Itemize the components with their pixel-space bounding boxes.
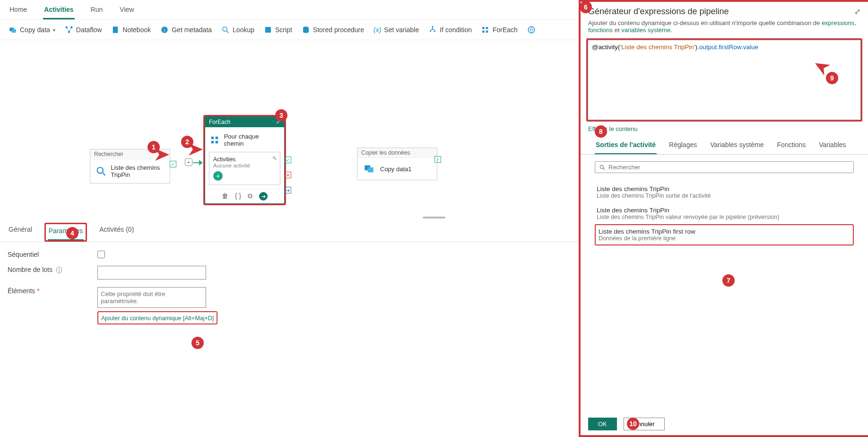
svg-rect-5 (113, 26, 118, 33)
variable-icon: (x) (373, 26, 381, 34)
callout-3: 3 (275, 109, 287, 122)
svg-rect-16 (482, 31, 485, 33)
search-icon (96, 165, 106, 178)
add-activity-handle[interactable]: + (185, 158, 192, 166)
callout-2: 2 (181, 136, 193, 148)
completion-output-handle[interactable]: ➜ (285, 187, 291, 193)
callout-1: 1 (148, 141, 160, 153)
copy-success-handle[interactable]: ✓ (434, 156, 441, 163)
sp-tab-variables[interactable]: Variables (818, 136, 847, 154)
toolbar-if-condition[interactable]: If condition (425, 24, 475, 36)
svg-point-13 (430, 31, 431, 32)
copy-data-icon (9, 26, 17, 34)
link-expressions[interactable]: expressions (822, 19, 854, 26)
fail-output-handle[interactable]: ✕ (285, 172, 291, 178)
clear-content-link[interactable]: Effacer le contenu (581, 122, 868, 136)
run-icon[interactable]: ➔ (259, 192, 268, 201)
toolbar-lookup[interactable]: Lookup (218, 24, 257, 36)
toolbar-script[interactable]: Script (261, 24, 295, 36)
expand-panel-icon[interactable]: ⤢ (854, 7, 860, 16)
toolbar-notebook[interactable]: Notebook (108, 24, 154, 36)
foreach-icon (210, 135, 220, 145)
activity-lookup-name: Liste des chemins TripPin (111, 164, 164, 178)
search-icon (599, 164, 606, 171)
sp-tab-activity-outputs[interactable]: Sorties de l'activité (595, 136, 657, 154)
braces-icon[interactable]: { } (235, 192, 241, 201)
add-dynamic-content-link[interactable]: Ajouter du contenu dynamique [Alt+Maj+D] (101, 315, 214, 322)
label-batch-count: Nombre de lots i (8, 266, 97, 273)
toolbar-stored-procedure[interactable]: Stored procedure (299, 24, 367, 36)
toolbar-copy-data[interactable]: Copy data▾ (6, 24, 58, 36)
prop-tab-activities[interactable]: Activités (0) (98, 223, 135, 242)
activity-lookup-node[interactable]: Rechercher Liste des chemins TripPin (90, 149, 170, 184)
svg-rect-15 (482, 27, 485, 29)
svg-rect-10 (265, 27, 271, 33)
callout-9: 9 (826, 72, 838, 84)
sp-tab-settings[interactable]: Réglages (668, 136, 698, 154)
script-icon (264, 26, 272, 34)
svg-point-14 (434, 31, 435, 32)
input-items[interactable] (97, 287, 206, 308)
link-functions[interactable]: fonctions (588, 26, 613, 34)
svg-rect-25 (216, 141, 218, 143)
tab-run[interactable]: Run (90, 3, 104, 19)
checkbox-sequential[interactable] (97, 251, 105, 258)
success-handle[interactable]: ✓ (170, 161, 176, 167)
info-icon: i (160, 26, 169, 34)
toolbar-more[interactable] (524, 24, 538, 36)
expression-editor[interactable]: @activity('Liste des chemins TripPin').o… (588, 40, 861, 120)
output-item[interactable]: Liste des chemins TripPin Liste des chem… (595, 182, 854, 203)
connector-arrow (199, 160, 203, 166)
expression-search[interactable] (595, 161, 854, 173)
svg-line-9 (226, 31, 229, 33)
svg-line-21 (103, 173, 105, 175)
toolbar-dataflow[interactable]: Dataflow (62, 24, 104, 36)
copy-icon[interactable]: ⧉ (248, 192, 252, 201)
label-items: Éléments * (8, 287, 97, 295)
activity-foreach-name: Pour chaque chemin (224, 133, 279, 147)
output-item-first-row[interactable]: Liste des chemins TripPin first row Donn… (595, 224, 854, 245)
svg-rect-1 (12, 29, 16, 33)
tab-view[interactable]: View (119, 3, 135, 19)
svg-point-12 (432, 26, 434, 27)
svg-point-8 (223, 27, 227, 31)
svg-point-20 (97, 167, 103, 173)
delete-icon[interactable]: 🗑 (222, 192, 228, 201)
expression-search-input[interactable] (608, 164, 850, 171)
input-batch-count[interactable] (97, 266, 206, 280)
link-system-variables[interactable]: variables système (621, 26, 670, 34)
activity-copy-node[interactable]: Copier les données Copy data1 (357, 148, 437, 180)
dataflow-icon (65, 26, 73, 34)
database-icon (302, 26, 310, 34)
label-sequential: Séquentiel (8, 251, 97, 258)
sp-tab-system-variables[interactable]: Variables système (709, 136, 764, 154)
svg-rect-24 (216, 137, 218, 139)
info-icon[interactable]: i (56, 267, 62, 273)
activity-copy-type: Copier les données (357, 148, 437, 158)
add-inner-activity-button[interactable]: + (213, 171, 223, 181)
ok-button[interactable]: OK (588, 418, 617, 430)
tab-home[interactable]: Home (9, 3, 28, 19)
svg-point-28 (600, 165, 603, 168)
callout-4: 4 (66, 227, 78, 239)
panel-title: Générateur d'expressions de pipeline (588, 7, 854, 17)
toolbar-set-variable[interactable]: (x) Set variable (371, 24, 422, 35)
callout-10: 10 (627, 418, 639, 430)
callout-5: 5 (191, 337, 204, 349)
foreach-inner-activities[interactable]: ✎ Activities Aucune activité + (209, 152, 280, 185)
activity-foreach-highlight: ForEach ⤢ Pour chaque chemin ✎ Activitie… (203, 115, 286, 205)
output-item[interactable]: Liste des chemins TripPin Liste des chem… (595, 203, 854, 224)
copy-data-icon (363, 163, 375, 175)
toolbar-get-metadata[interactable]: i Get metadata (157, 24, 215, 36)
tab-activities[interactable]: Activities (43, 3, 74, 19)
callout-7: 7 (722, 274, 735, 287)
sp-tab-functions[interactable]: Fonctions (776, 136, 807, 154)
branch-icon (428, 26, 437, 34)
pencil-icon[interactable]: ✎ (272, 155, 277, 162)
success-output-handle[interactable]: ✓ (285, 157, 291, 163)
inner-activities-header: Activities (213, 156, 276, 163)
svg-rect-22 (211, 137, 214, 139)
activity-foreach-node[interactable]: ForEach ⤢ Pour chaque chemin ✎ Activitie… (205, 116, 285, 204)
prop-tab-general[interactable]: Général (8, 223, 33, 242)
toolbar-foreach[interactable]: ForEach (478, 24, 521, 36)
